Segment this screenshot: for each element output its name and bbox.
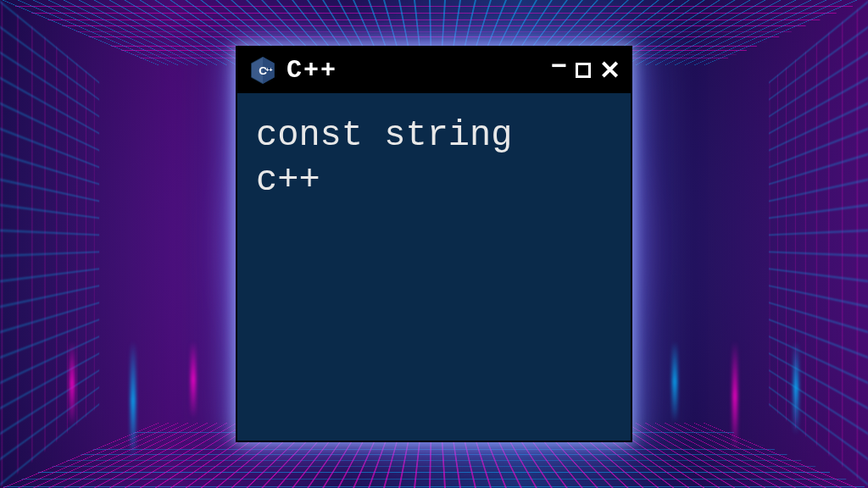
code-line-1: const string [256,114,612,158]
svg-text:++: ++ [266,67,273,73]
close-button[interactable]: ✕ [599,58,620,83]
window-controls: − ✕ [551,57,620,84]
window-title: C++ [287,56,542,85]
maximize-button[interactable] [576,63,591,78]
minimize-button[interactable]: − [551,52,567,79]
titlebar[interactable]: C ++ C++ − ✕ [237,47,631,93]
cpp-icon: C ++ [248,55,278,86]
right-wall [769,0,868,488]
terminal-window: C ++ C++ − ✕ const string c++ [236,46,632,442]
left-wall [0,0,99,488]
code-line-2: c++ [256,158,612,203]
terminal-content: const string c++ [237,93,631,223]
